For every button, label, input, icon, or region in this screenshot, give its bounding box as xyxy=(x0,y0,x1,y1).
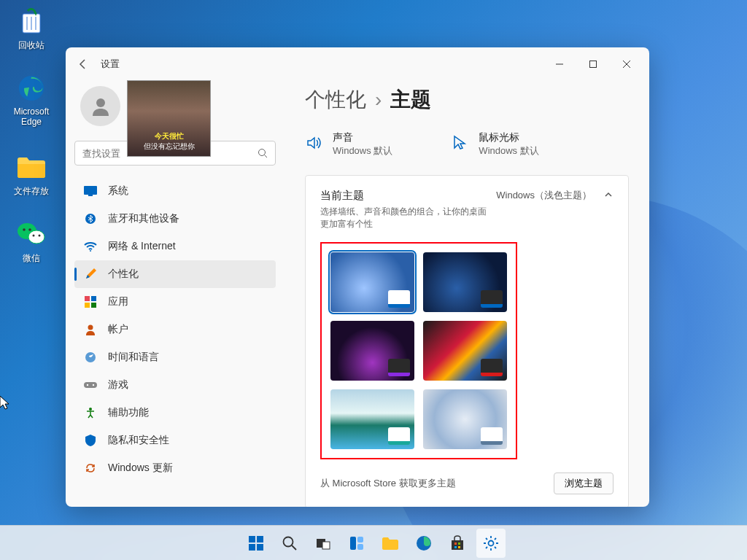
desktop-icon-wechat[interactable]: 微信 xyxy=(4,219,59,265)
nav-network[interactable]: 网络 & Internet xyxy=(74,233,276,260)
svg-point-24 xyxy=(87,384,88,386)
mouse-cursor xyxy=(0,396,12,412)
edge-button[interactable] xyxy=(409,529,438,558)
nav-accessibility[interactable]: 辅助功能 xyxy=(74,399,276,427)
recycle-bin-icon xyxy=(16,6,47,36)
wifi-icon xyxy=(83,239,98,254)
shield-icon xyxy=(83,433,98,448)
theme-captured-motion[interactable] xyxy=(423,321,507,381)
svg-rect-40 xyxy=(454,542,457,545)
user-photo-overlay: 今天很忙 但没有忘记想你 xyxy=(127,80,211,157)
panel-subtitle: 选择墙纸、声音和颜色的组合，让你的桌面更加富有个性 xyxy=(320,206,488,230)
theme-flow[interactable] xyxy=(423,389,507,449)
taskbar xyxy=(0,525,747,560)
nav-update[interactable]: Windows 更新 xyxy=(74,454,276,482)
edge-icon xyxy=(16,73,47,104)
svg-point-5 xyxy=(28,228,31,231)
desktop-icon-recycle-bin[interactable]: 回收站 xyxy=(4,6,59,52)
desktop-icon-label: 微信 xyxy=(23,253,40,263)
chevron-up-icon[interactable] xyxy=(603,190,614,202)
start-button[interactable] xyxy=(241,529,271,558)
nav-gaming[interactable]: 游戏 xyxy=(74,371,276,399)
desktop-icon-folder[interactable]: 文件存放 xyxy=(4,152,59,198)
svg-point-3 xyxy=(28,230,44,244)
main-content: 个性化 › 主题 声音Windows 默认 鼠标光标Windows 默认 当前主… xyxy=(285,80,649,507)
clock-icon xyxy=(83,350,98,365)
svg-rect-17 xyxy=(85,296,90,301)
svg-rect-20 xyxy=(91,303,96,308)
svg-rect-30 xyxy=(257,544,263,551)
svg-point-21 xyxy=(88,325,93,330)
back-button[interactable] xyxy=(71,52,95,76)
minimize-button[interactable] xyxy=(543,52,576,76)
apps-icon xyxy=(83,295,98,309)
browse-themes-button[interactable]: 浏览主题 xyxy=(554,472,614,494)
brush-icon xyxy=(83,267,98,281)
gamepad-icon xyxy=(83,378,98,392)
breadcrumb-parent[interactable]: 个性化 xyxy=(305,86,366,114)
desktop-icon-label: 回收站 xyxy=(18,40,44,50)
current-theme-name: Windows（浅色主题） xyxy=(496,189,592,202)
avatar-icon: 今天很忙 但没有忘记想你 xyxy=(80,86,120,126)
cursor-setting[interactable]: 鼠标光标Windows 默认 xyxy=(451,131,538,158)
svg-rect-18 xyxy=(91,296,96,301)
nav-privacy[interactable]: 隐私和安全性 xyxy=(74,427,276,454)
desktop-icon-label: Microsoft Edge xyxy=(14,106,50,127)
svg-point-26 xyxy=(89,408,92,411)
user-profile[interactable]: 今天很忙 但没有忘记想你 xyxy=(74,80,276,132)
widgets-button[interactable] xyxy=(342,529,371,558)
close-button[interactable] xyxy=(610,52,643,76)
breadcrumb-separator: › xyxy=(375,88,382,112)
person-icon xyxy=(83,322,98,337)
more-themes-text: 从 Microsoft Store 获取更多主题 xyxy=(320,477,456,490)
store-button[interactable] xyxy=(443,529,472,558)
svg-point-6 xyxy=(33,235,35,237)
svg-rect-41 xyxy=(458,542,460,545)
search-icon xyxy=(258,148,268,158)
svg-rect-23 xyxy=(84,382,97,388)
svg-point-44 xyxy=(489,540,494,545)
svg-rect-43 xyxy=(458,546,460,548)
search-button[interactable] xyxy=(275,529,304,558)
folder-icon xyxy=(16,152,47,182)
nav-apps[interactable]: 应用 xyxy=(74,288,276,316)
svg-rect-14 xyxy=(88,195,93,196)
nav-personalization[interactable]: 个性化 xyxy=(74,260,276,288)
settings-button[interactable] xyxy=(476,529,506,558)
theme-glow[interactable] xyxy=(330,321,414,381)
titlebar: 设置 xyxy=(66,47,649,80)
current-theme-panel: 当前主题 选择墙纸、声音和颜色的组合，让你的桌面更加富有个性 Windows（浅… xyxy=(305,175,629,507)
desktop-icon-edge[interactable]: Microsoft Edge xyxy=(4,73,59,127)
wechat-icon xyxy=(16,219,47,249)
theme-windows-light[interactable] xyxy=(330,252,414,312)
maximize-button[interactable] xyxy=(576,52,610,76)
explorer-button[interactable] xyxy=(376,529,405,558)
svg-point-31 xyxy=(284,537,293,546)
theme-grid-highlight xyxy=(320,242,517,459)
svg-rect-34 xyxy=(322,542,330,549)
nav-bluetooth[interactable]: 蓝牙和其他设备 xyxy=(74,205,276,233)
svg-rect-13 xyxy=(84,186,97,195)
svg-rect-42 xyxy=(454,546,457,548)
taskview-button[interactable] xyxy=(309,529,338,558)
sound-icon xyxy=(305,134,322,155)
svg-point-11 xyxy=(259,149,266,156)
desktop-icon-label: 文件存放 xyxy=(14,186,49,196)
panel-title: 当前主题 xyxy=(320,189,488,203)
svg-rect-28 xyxy=(257,536,263,542)
svg-rect-29 xyxy=(249,544,255,551)
window-title: 设置 xyxy=(101,58,120,71)
svg-rect-9 xyxy=(590,61,597,67)
nav-time[interactable]: 时间和语言 xyxy=(74,343,276,371)
nav-accounts[interactable]: 帐户 xyxy=(74,316,276,343)
svg-rect-19 xyxy=(85,303,90,308)
theme-windows-dark[interactable] xyxy=(423,252,507,312)
sound-setting[interactable]: 声音Windows 默认 xyxy=(305,131,392,158)
svg-line-32 xyxy=(292,545,296,550)
nav-system[interactable]: 系统 xyxy=(74,177,276,205)
accessibility-icon xyxy=(83,405,98,420)
svg-rect-36 xyxy=(357,537,363,542)
svg-rect-35 xyxy=(350,537,356,550)
sidebar: 今天很忙 但没有忘记想你 系统 蓝牙和其他设备 网络 & Internet 个性… xyxy=(66,80,285,507)
theme-sunrise[interactable] xyxy=(330,389,414,449)
